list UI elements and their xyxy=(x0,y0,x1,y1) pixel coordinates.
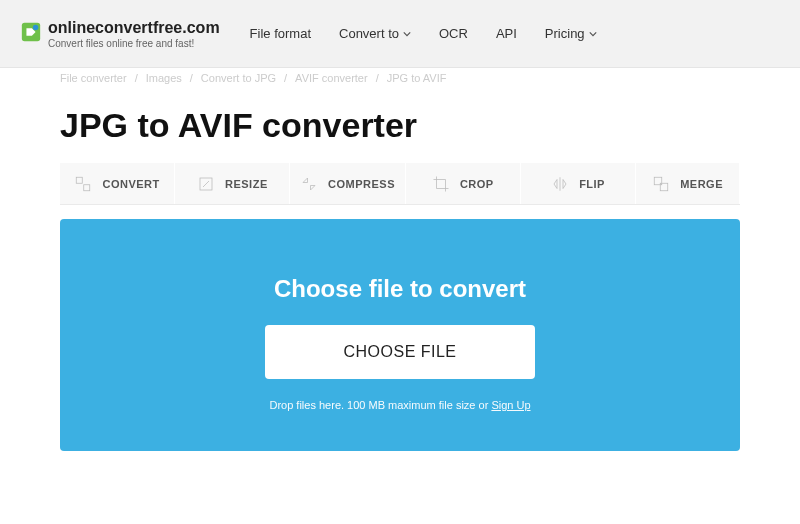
flip-icon xyxy=(551,175,569,193)
choose-file-button[interactable]: CHOOSE FILE xyxy=(265,325,534,379)
nav-convert-to-label: Convert to xyxy=(339,26,399,41)
tool-merge-label: MERGE xyxy=(680,178,723,190)
tool-resize-label: RESIZE xyxy=(225,178,268,190)
chevron-down-icon xyxy=(403,30,411,38)
tool-crop[interactable]: CROP xyxy=(406,163,521,204)
logo-subtitle: Convert files online free and fast! xyxy=(48,38,220,49)
top-header: onlineconvertfree.com Convert files onli… xyxy=(0,0,800,68)
svg-point-1 xyxy=(33,24,39,30)
crop-icon xyxy=(432,175,450,193)
chevron-down-icon xyxy=(589,30,597,38)
nav-ocr[interactable]: OCR xyxy=(439,26,468,41)
nav-pricing-label: Pricing xyxy=(545,26,585,41)
crumb-convert-jpg[interactable]: Convert to JPG xyxy=(201,72,276,84)
tool-crop-label: CROP xyxy=(460,178,494,190)
tool-merge[interactable]: MERGE xyxy=(636,163,740,204)
crumb-avif-converter[interactable]: AVIF converter xyxy=(295,72,368,84)
tool-convert[interactable]: CONVERT xyxy=(60,163,175,204)
nav-api[interactable]: API xyxy=(496,26,517,41)
logo-icon xyxy=(20,21,42,43)
tool-flip[interactable]: FLIP xyxy=(521,163,636,204)
tool-bar: CONVERT RESIZE COMPRESS CROP FLIP MERGE xyxy=(60,163,740,205)
nav-file-format[interactable]: File format xyxy=(250,26,311,41)
logo-title: onlineconvertfree.com xyxy=(48,19,220,37)
upload-heading: Choose file to convert xyxy=(80,275,720,303)
tool-resize[interactable]: RESIZE xyxy=(175,163,290,204)
svg-rect-3 xyxy=(84,184,90,190)
drop-hint-text: Drop files here. 100 MB maximum file siz… xyxy=(269,399,491,411)
tool-compress-label: COMPRESS xyxy=(328,178,395,190)
resize-icon xyxy=(197,175,215,193)
convert-icon xyxy=(74,175,92,193)
logo[interactable]: onlineconvertfree.com Convert files onli… xyxy=(20,19,220,49)
upload-area[interactable]: Choose file to convert CHOOSE FILE Drop … xyxy=(60,219,740,451)
nav-convert-to[interactable]: Convert to xyxy=(339,26,411,41)
main-nav: File format Convert to OCR API Pricing xyxy=(250,26,597,41)
crumb-file-converter[interactable]: File converter xyxy=(60,72,127,84)
merge-icon xyxy=(652,175,670,193)
page-title: JPG to AVIF converter xyxy=(0,84,800,163)
tool-flip-label: FLIP xyxy=(579,178,605,190)
crumb-images[interactable]: Images xyxy=(146,72,182,84)
drop-hint: Drop files here. 100 MB maximum file siz… xyxy=(80,399,720,411)
crumb-current: JPG to AVIF xyxy=(387,72,447,84)
tool-compress[interactable]: COMPRESS xyxy=(290,163,405,204)
compress-icon xyxy=(300,175,318,193)
nav-pricing[interactable]: Pricing xyxy=(545,26,597,41)
breadcrumb: File converter/ Images/ Convert to JPG/ … xyxy=(0,68,800,84)
tool-convert-label: CONVERT xyxy=(102,178,159,190)
svg-rect-2 xyxy=(77,177,83,183)
signup-link[interactable]: Sign Up xyxy=(491,399,530,411)
